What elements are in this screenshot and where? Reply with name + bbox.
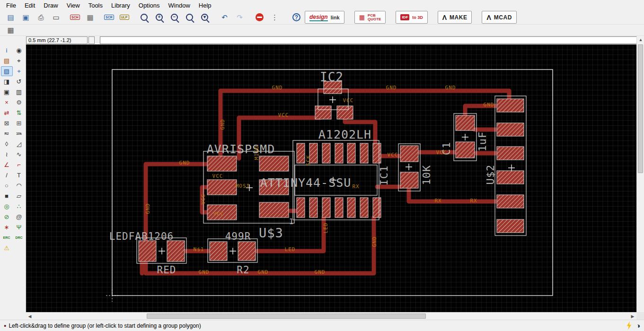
tool-wire[interactable]: / xyxy=(1,170,13,180)
smd-pad[interactable] xyxy=(315,106,331,119)
pcb-label[interactable]: U$3 xyxy=(259,226,283,240)
pcb-label[interactable]: SCK xyxy=(305,155,311,166)
smd-pad[interactable] xyxy=(259,156,289,171)
scroll-left-arrow[interactable]: ◀ xyxy=(26,313,34,320)
smd-pad[interactable] xyxy=(210,242,227,261)
smd-pad[interactable] xyxy=(497,219,524,233)
tool-rect[interactable]: ■ xyxy=(1,191,13,201)
pcb-label[interactable]: RX xyxy=(352,183,359,190)
save-button[interactable]: ▣ xyxy=(19,11,33,24)
pcb-label[interactable]: LEDFAB1206 xyxy=(109,231,174,242)
tool-ratsnest[interactable]: ∗ xyxy=(1,222,13,232)
pcb-trace[interactable] xyxy=(409,187,496,201)
smd-pad[interactable] xyxy=(347,198,355,218)
menu-draw[interactable]: Draw xyxy=(39,0,62,10)
zoom-fit-button[interactable] xyxy=(137,11,151,24)
smd-pad[interactable] xyxy=(373,143,381,163)
tool-miter[interactable]: ◿ xyxy=(13,139,25,149)
tool-optimize[interactable]: ∿ xyxy=(13,149,25,159)
tool-attribute[interactable]: @ xyxy=(13,212,25,222)
pcb-label[interactable]: AVRISPSMD xyxy=(207,142,275,156)
zoom-redraw-button[interactable] xyxy=(183,11,196,24)
pcb-label[interactable]: GND xyxy=(145,203,151,214)
smd-pad[interactable] xyxy=(238,242,256,261)
smd-pad[interactable] xyxy=(335,143,343,163)
smd-pad[interactable] xyxy=(373,198,381,218)
pcb-label[interactable]: VCC xyxy=(343,97,354,104)
pcb-label[interactable]: R2 xyxy=(237,264,249,276)
pcb-label[interactable]: GND xyxy=(258,269,269,275)
smd-pad[interactable] xyxy=(322,143,330,163)
smd-pad[interactable] xyxy=(360,143,368,163)
pcb-label[interactable]: GND xyxy=(484,102,494,108)
tool-group[interactable]: ▧ xyxy=(1,66,13,76)
board-manager-button[interactable]: ▦ xyxy=(83,11,97,24)
design-link-button[interactable]: designlink xyxy=(305,11,344,24)
pcb-label[interactable]: VCC xyxy=(200,194,206,205)
tool-show[interactable]: ◉ xyxy=(13,45,25,55)
zoom-out-button[interactable]: − xyxy=(168,11,181,24)
half-circle-icon[interactable]: ◑ xyxy=(636,322,640,329)
pcb-label[interactable]: GND xyxy=(315,269,326,275)
pcb-label[interactable]: GND xyxy=(386,85,397,91)
tool-copy[interactable]: ▣ xyxy=(1,87,13,97)
pcb-label[interactable]: 499R xyxy=(225,231,251,242)
pcb-label[interactable]: U$2 xyxy=(485,165,496,185)
tool-drc[interactable]: DRC xyxy=(13,233,25,243)
pcb-label[interactable]: VCC xyxy=(213,211,224,217)
pcb-label[interactable]: GND xyxy=(272,85,283,91)
menu-options[interactable]: Options xyxy=(134,0,164,10)
pcb-label[interactable]: ATTINY44-SSU xyxy=(260,176,352,190)
tool-polygon[interactable]: ▱ xyxy=(13,191,25,201)
idf-to-3d-button[interactable]: IDFto 3D xyxy=(396,11,427,24)
tool-pinswap[interactable]: ⇅ xyxy=(13,108,25,118)
horizontal-scrollbar[interactable]: ◀ ▶ xyxy=(26,312,636,320)
smd-pad[interactable] xyxy=(497,123,524,136)
tool-name[interactable]: R2 xyxy=(1,129,13,139)
vertical-scrollbar[interactable]: ▲ ▼ xyxy=(636,36,644,320)
smd-pad[interactable] xyxy=(207,180,237,195)
pcb-label[interactable]: 10K xyxy=(421,165,432,185)
make-button[interactable]: ΛMAKE xyxy=(438,11,472,24)
tool-signal[interactable]: ∴ xyxy=(13,201,25,211)
smd-pad[interactable] xyxy=(400,146,418,162)
tool-replace[interactable]: ⇄ xyxy=(1,108,13,118)
smd-pad[interactable] xyxy=(309,198,318,218)
pcb-label[interactable]: LED xyxy=(323,223,329,234)
tool-change[interactable]: ⚙ xyxy=(13,97,25,107)
pcb-label[interactable]: VCC xyxy=(212,173,223,179)
smd-pad[interactable] xyxy=(337,106,353,119)
command-input[interactable] xyxy=(100,36,641,44)
zoom-in-button[interactable]: + xyxy=(152,11,166,24)
smd-pad[interactable] xyxy=(297,143,305,163)
pcb-label[interactable]: RED xyxy=(157,264,176,276)
smd-pad[interactable] xyxy=(497,171,524,184)
tool-ripup[interactable]: ⌐ xyxy=(13,160,25,170)
export-image-button[interactable]: ▭ xyxy=(49,11,63,24)
tool-route[interactable]: ∠ xyxy=(1,160,13,170)
menu-library[interactable]: Library xyxy=(107,0,134,10)
stop-button[interactable] xyxy=(253,11,266,24)
tool-value[interactable]: 10k xyxy=(13,129,25,139)
smd-pad[interactable] xyxy=(497,99,524,112)
zoom-select-button[interactable]: ▾ xyxy=(198,11,212,24)
smd-pad[interactable] xyxy=(456,142,475,158)
smd-pad[interactable] xyxy=(456,115,475,131)
tool-info[interactable]: i xyxy=(1,45,13,55)
tool-rotate[interactable]: ↺ xyxy=(13,77,25,87)
smd-pad[interactable] xyxy=(347,143,355,163)
tool-circle[interactable]: ○ xyxy=(1,181,13,191)
pcb-label[interactable]: VCC xyxy=(388,152,398,158)
smd-pad[interactable] xyxy=(139,241,156,261)
smd-pad[interactable] xyxy=(259,202,289,218)
tool-arc[interactable]: ◠ xyxy=(13,181,25,191)
print-button[interactable]: ⎙ xyxy=(34,11,48,24)
tool-via[interactable]: ◎ xyxy=(1,201,13,211)
pcb-label[interactable]: GND xyxy=(371,236,378,247)
menu-edit[interactable]: Edit xyxy=(20,0,39,10)
tool-paste[interactable]: ▥ xyxy=(13,87,25,97)
pcb-label[interactable]: GND xyxy=(220,119,226,130)
smd-pad[interactable] xyxy=(497,195,524,208)
pcb-label[interactable]: VCC xyxy=(278,112,289,118)
schematic-editor-button[interactable]: SCH xyxy=(68,11,82,24)
